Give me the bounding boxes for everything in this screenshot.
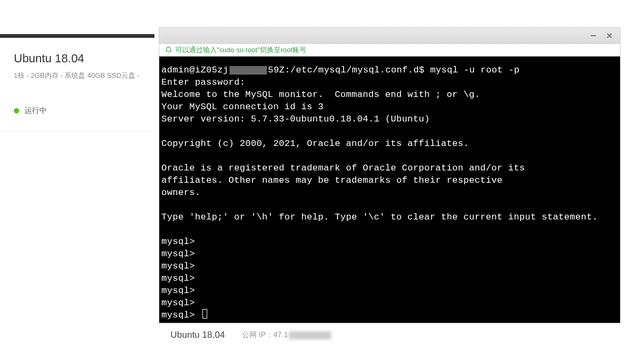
- ip-label: 公网 IP：: [242, 330, 273, 339]
- terminal-line: mysql>: [161, 248, 618, 260]
- terminal-line: owners.: [161, 186, 618, 199]
- terminal-output[interactable]: admin@iZ05zj59Z:/etc/mysql/mysql.conf.d$…: [159, 56, 620, 323]
- instance-card[interactable]: Ubuntu 18.04 1核 - 2GB内存 - 系统盘 40GB SSD云盘…: [0, 38, 159, 131]
- terminal-tip-text: 可以通过输入"sudo su root"切换至root账号: [175, 45, 306, 55]
- terminal-line: Type 'help;' or '\h' for help. Type '\c'…: [161, 211, 618, 223]
- terminal-window: 可以通过输入"sudo su root"切换至root账号 admin@iZ05…: [159, 27, 621, 323]
- terminal-line: Copyright (c) 2000, 2021, Oracle and/or …: [161, 137, 618, 150]
- bottom-title: Ubuntu 18.04: [170, 330, 225, 340]
- cursor-icon: [202, 309, 207, 319]
- terminal-line: [161, 199, 618, 211]
- terminal-line: affiliates. Other names may be trademark…: [161, 174, 618, 186]
- bottom-status-bar: Ubuntu 18.04 公网 IP：47.1: [159, 324, 621, 345]
- terminal-line: Oracle is a registered trademark of Orac…: [161, 162, 618, 174]
- terminal-tip-bar: 可以通过输入"sudo su root"切换至root账号: [159, 44, 620, 56]
- minimize-button[interactable]: [587, 30, 600, 41]
- terminal-line: admin@iZ05zj59Z:/etc/mysql/mysql.conf.d$…: [161, 64, 618, 76]
- instance-specs: 1核 - 2GB内存 - 系统盘 40GB SSD云盘 -: [14, 71, 145, 80]
- terminal-line: Server version: 5.7.33-0ubuntu0.18.04.1 …: [161, 113, 618, 125]
- bell-icon: [165, 46, 172, 54]
- terminal-line: Enter password:: [161, 76, 618, 88]
- status-dot-icon: [14, 108, 19, 113]
- terminal-line: mysql>: [161, 260, 618, 272]
- terminal-line: [161, 150, 618, 162]
- terminal-line: mysql>: [161, 272, 618, 284]
- status-text: 运行中: [25, 106, 47, 116]
- terminal-line: mysql>: [161, 297, 618, 309]
- status-row: 运行中: [14, 106, 145, 116]
- ip-redacted-icon: [289, 331, 331, 339]
- terminal-line: mysql>: [161, 284, 618, 297]
- ip-prefix: 47.1: [273, 330, 288, 339]
- terminal-line: mysql>: [161, 309, 618, 321]
- bottom-ip: 公网 IP：47.1: [242, 330, 331, 340]
- close-button[interactable]: [603, 30, 616, 41]
- terminal-line: Welcome to the MySQL monitor. Commands e…: [161, 88, 618, 101]
- instance-title: Ubuntu 18.04: [14, 52, 145, 66]
- terminal-line: [161, 125, 618, 137]
- sidebar-tab-strip: [0, 34, 154, 38]
- window-titlebar: [159, 28, 620, 44]
- terminal-line: mysql>: [161, 235, 618, 248]
- terminal-line: Your MySQL connection id is 3: [161, 101, 618, 113]
- redacted-icon: [230, 66, 267, 75]
- svg-rect-0: [591, 35, 596, 36]
- terminal-line: [161, 223, 618, 235]
